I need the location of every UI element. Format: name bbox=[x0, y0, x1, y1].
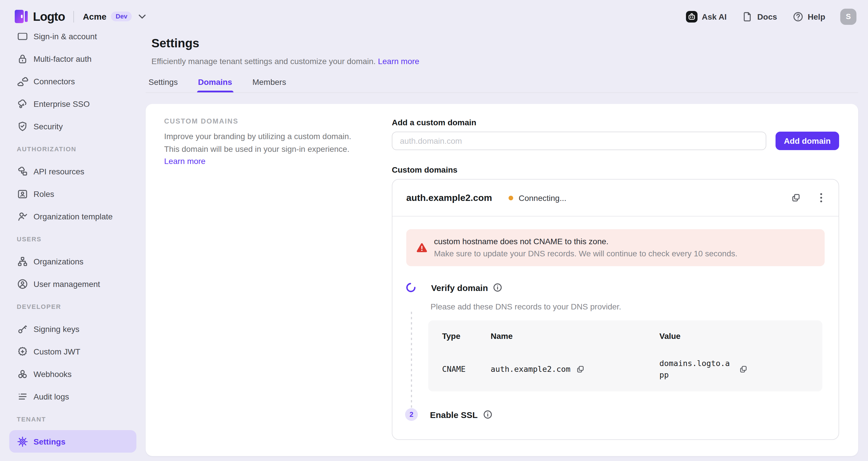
step-connector bbox=[411, 312, 412, 414]
domain-menu-button[interactable] bbox=[820, 193, 823, 203]
section-title: CUSTOM DOMAINS bbox=[164, 117, 356, 125]
ask-ai-label: Ask AI bbox=[702, 12, 727, 21]
env-badge: Dev bbox=[111, 11, 132, 21]
sidebar-item-user-management[interactable]: User management bbox=[9, 272, 136, 295]
sidebar-section-tenant: TENANT bbox=[9, 407, 136, 430]
tab-settings[interactable]: Settings bbox=[149, 77, 178, 92]
sidebar-item-organizations[interactable]: Organizations bbox=[9, 250, 136, 272]
tenant-selector[interactable]: Acme Dev bbox=[83, 11, 146, 21]
learn-more-link[interactable]: Learn more bbox=[164, 157, 206, 166]
kebab-menu-icon bbox=[820, 193, 823, 203]
domain-input[interactable] bbox=[392, 132, 766, 150]
domain-status: Connecting... bbox=[508, 193, 566, 202]
dns-col-type: Type bbox=[442, 331, 491, 341]
avatar[interactable]: S bbox=[840, 8, 857, 25]
sidebar-item-webhooks[interactable]: Webhooks bbox=[9, 363, 136, 385]
topbar-actions: Ask AI Docs bbox=[686, 8, 857, 25]
learn-more-link[interactable]: Learn more bbox=[378, 57, 419, 66]
sidebar-item-api-resources[interactable]: API resources bbox=[9, 160, 136, 183]
tab-members[interactable]: Members bbox=[252, 77, 286, 92]
loading-spinner-icon bbox=[406, 282, 416, 293]
copy-icon bbox=[739, 365, 748, 373]
enable-ssl-step: 2 Enable SSL bbox=[406, 408, 825, 421]
chevron-down-icon bbox=[139, 14, 146, 19]
list-icon bbox=[17, 391, 28, 402]
verify-domain-step: Verify domain bbox=[406, 282, 825, 293]
key-icon bbox=[17, 323, 28, 335]
user-circle-icon bbox=[17, 278, 28, 290]
dns-record-type: CNAME bbox=[442, 364, 491, 373]
ask-ai-icon bbox=[686, 11, 698, 22]
add-domain-label: Add a custom domain bbox=[392, 118, 839, 126]
topbar: Logto Acme Dev bbox=[0, 0, 868, 33]
seal-plus-icon bbox=[17, 345, 28, 357]
alert-title: custom hostname does not CNAME to this z… bbox=[434, 235, 737, 248]
status-dot bbox=[508, 195, 513, 200]
dns-hint: Please add these DNS records to your DNS… bbox=[431, 301, 825, 313]
sidebar-item-sign-in-account[interactable]: Sign-in & account bbox=[9, 33, 136, 47]
warning-icon bbox=[416, 242, 428, 253]
gear-icon bbox=[17, 436, 28, 447]
copy-name-button[interactable] bbox=[576, 365, 585, 373]
webhooks-icon bbox=[17, 368, 28, 380]
copy-domain-button[interactable] bbox=[791, 193, 801, 203]
logto-console: Logto Acme Dev bbox=[0, 0, 868, 461]
brand-name: Logto bbox=[33, 9, 65, 23]
dns-error-alert: custom hostname does not CNAME to this z… bbox=[406, 229, 825, 266]
custom-domains-form: Add a custom domain Add domain Custom do… bbox=[392, 104, 839, 456]
info-icon[interactable] bbox=[483, 410, 492, 419]
sidebar-item-audit-logs[interactable]: Audit logs bbox=[9, 385, 136, 407]
enable-ssl-title: Enable SSL bbox=[430, 409, 477, 420]
custom-domains-card: CUSTOM DOMAINS Improve your branding by … bbox=[146, 104, 858, 456]
docs-button[interactable]: Docs bbox=[742, 11, 777, 22]
dns-col-name: Name bbox=[491, 331, 659, 341]
help-label: Help bbox=[808, 12, 825, 21]
logto-brand: Logto bbox=[14, 9, 65, 24]
add-domain-button[interactable]: Add domain bbox=[776, 132, 839, 150]
domain-card: auth.example2.com Connecting... bbox=[392, 179, 839, 440]
api-resources-icon bbox=[17, 165, 28, 177]
status-text: Connecting... bbox=[519, 193, 566, 202]
docs-label: Docs bbox=[757, 12, 777, 21]
main-content: Settings Efficiently manage tenant setti… bbox=[146, 33, 858, 461]
sidebar-item-connectors[interactable]: Connectors bbox=[9, 70, 136, 92]
connectors-icon bbox=[17, 75, 28, 87]
alert-description: Make sure to update your DNS records. We… bbox=[434, 248, 737, 260]
copy-icon bbox=[791, 193, 801, 203]
topbar-divider bbox=[74, 11, 74, 22]
info-icon[interactable] bbox=[493, 283, 502, 292]
window-icon bbox=[17, 33, 28, 42]
sidebar-item-security[interactable]: Security bbox=[9, 115, 136, 137]
sidebar-item-organization-template[interactable]: Organization template bbox=[9, 205, 136, 227]
section-description: Improve your branding by utilizing a cus… bbox=[164, 130, 356, 168]
domain-card-body: custom hostname does not CNAME to this z… bbox=[393, 229, 839, 439]
tab-bar: Settings Domains Members bbox=[146, 77, 858, 93]
tab-domains[interactable]: Domains bbox=[198, 77, 232, 92]
logto-logo-icon bbox=[14, 9, 29, 24]
sidebar-item-signing-keys[interactable]: Signing keys bbox=[9, 318, 136, 340]
document-icon bbox=[742, 11, 753, 22]
custom-domains-info: CUSTOM DOMAINS Improve your branding by … bbox=[164, 104, 356, 456]
dns-col-value: Value bbox=[659, 331, 808, 341]
cloud-key-icon bbox=[17, 98, 28, 109]
add-domain-row: Add domain bbox=[392, 132, 839, 150]
person-check-icon bbox=[17, 210, 28, 222]
dns-record-name: auth.example2.com bbox=[491, 364, 659, 373]
sidebar: Sign-in & account Multi-factor auth Conn… bbox=[0, 33, 146, 461]
step-number-badge: 2 bbox=[405, 408, 418, 421]
sidebar-nav: Sign-in & account Multi-factor auth Conn… bbox=[0, 33, 146, 453]
domain-name: auth.example2.com bbox=[406, 193, 492, 203]
sidebar-item-multi-factor-auth[interactable]: Multi-factor auth bbox=[9, 47, 136, 70]
page-description: Efficiently manage tenant settings and c… bbox=[151, 56, 858, 67]
sidebar-item-enterprise-sso[interactable]: Enterprise SSO bbox=[9, 92, 136, 115]
domain-card-header: auth.example2.com Connecting... bbox=[393, 179, 839, 217]
copy-value-button[interactable] bbox=[739, 365, 748, 373]
help-button[interactable]: Help bbox=[792, 11, 825, 22]
id-card-icon bbox=[17, 188, 28, 199]
sidebar-item-custom-jwt[interactable]: Custom JWT bbox=[9, 340, 136, 363]
shield-check-icon bbox=[17, 120, 28, 132]
sidebar-item-roles[interactable]: Roles bbox=[9, 183, 136, 205]
ask-ai-button[interactable]: Ask AI bbox=[686, 11, 727, 22]
custom-domains-list-label: Custom domains bbox=[392, 166, 839, 174]
sidebar-item-settings[interactable]: Settings bbox=[9, 430, 136, 453]
